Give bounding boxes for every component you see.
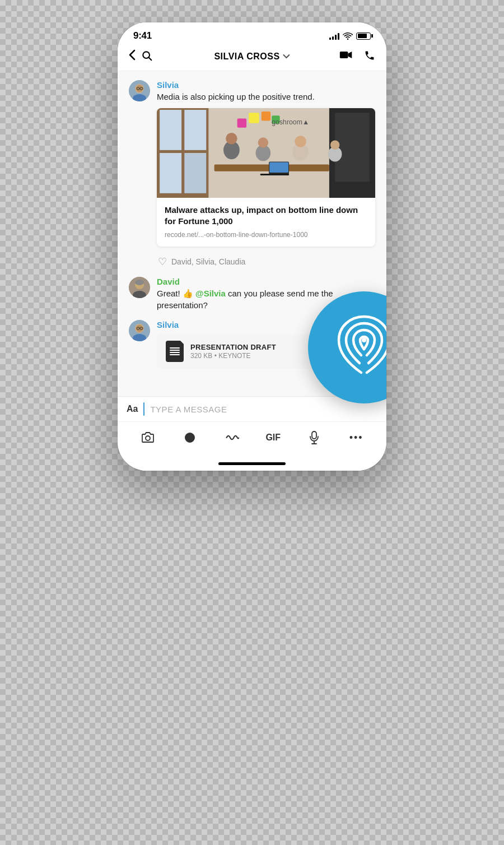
signal-icon bbox=[329, 32, 339, 40]
svg-point-26 bbox=[258, 137, 268, 147]
likes-row[interactable]: ♡ David, Silvia, Claudia bbox=[158, 256, 375, 268]
svg-rect-14 bbox=[160, 153, 181, 193]
phone-call-button[interactable] bbox=[364, 50, 375, 64]
nav-actions bbox=[339, 50, 375, 64]
wifi-icon bbox=[343, 32, 353, 40]
fingerprint-icon bbox=[330, 311, 386, 384]
sender-name-david: David bbox=[157, 277, 375, 286]
svg-point-37 bbox=[135, 280, 144, 285]
nav-title: SILVIA CROSS bbox=[214, 52, 279, 62]
phone-frame: 9:41 bbox=[118, 22, 386, 471]
heart-icon[interactable]: ♡ bbox=[158, 256, 167, 268]
svg-point-46 bbox=[146, 436, 150, 440]
font-size-button[interactable]: Aa bbox=[127, 404, 138, 414]
article-url: recode.net/...-on-bottom-line-down-fortu… bbox=[165, 231, 367, 239]
svg-rect-12 bbox=[160, 110, 181, 150]
svg-rect-48 bbox=[312, 431, 316, 439]
mention-silvia: @Silvia bbox=[195, 289, 226, 298]
status-time: 9:41 bbox=[133, 30, 152, 41]
svg-rect-17 bbox=[335, 113, 370, 182]
avatar-silvia bbox=[129, 80, 150, 101]
message-content-silvia: Silvia Media is also picking up the posi… bbox=[157, 80, 375, 247]
message-input[interactable]: TYPE A MESSAGE bbox=[150, 405, 377, 414]
svg-point-51 bbox=[362, 338, 366, 342]
status-icons bbox=[329, 32, 371, 40]
svg-rect-33 bbox=[260, 174, 289, 175]
svg-point-28 bbox=[295, 136, 306, 147]
message-text-silvia: Media is also picking up the positive tr… bbox=[157, 91, 375, 103]
message-row: Silvia Media is also picking up the posi… bbox=[129, 80, 375, 247]
svg-rect-13 bbox=[184, 110, 206, 150]
svg-point-47 bbox=[185, 433, 194, 442]
svg-line-1 bbox=[148, 57, 151, 60]
input-divider bbox=[143, 402, 144, 416]
home-bar bbox=[218, 462, 286, 465]
svg-rect-15 bbox=[184, 153, 206, 193]
file-icon bbox=[166, 341, 184, 362]
svg-rect-20 bbox=[262, 112, 270, 120]
svg-text:goshroom▲: goshroom▲ bbox=[272, 118, 309, 126]
nav-title-container: SILVIA CROSS bbox=[214, 52, 290, 62]
camera-button[interactable] bbox=[139, 429, 157, 447]
svg-rect-2 bbox=[340, 52, 348, 58]
microphone-button[interactable] bbox=[305, 429, 323, 447]
nav-bar: SILVIA CROSS bbox=[118, 45, 386, 71]
article-title: Malware attacks up, impact on bottom lin… bbox=[165, 205, 367, 227]
battery-icon bbox=[356, 32, 371, 40]
sender-name-silvia: Silvia bbox=[157, 80, 375, 90]
toolbar: GIF ••• bbox=[118, 421, 386, 462]
circle-button[interactable] bbox=[181, 429, 199, 447]
status-bar: 9:41 bbox=[118, 22, 386, 45]
article-image: goshroom▲ bbox=[157, 108, 375, 198]
more-button[interactable]: ••• bbox=[347, 429, 365, 447]
squiggle-button[interactable] bbox=[223, 429, 241, 447]
back-button[interactable] bbox=[129, 49, 136, 64]
article-body: Malware attacks up, impact on bottom lin… bbox=[157, 198, 375, 247]
svg-point-30 bbox=[330, 140, 339, 149]
svg-rect-32 bbox=[269, 162, 288, 172]
gif-button[interactable]: GIF bbox=[265, 429, 281, 447]
avatar-silvia-2 bbox=[129, 320, 150, 341]
search-button[interactable] bbox=[141, 50, 152, 64]
svg-rect-22 bbox=[237, 118, 246, 127]
likes-text: David, Silvia, Claudia bbox=[171, 257, 245, 266]
home-indicator bbox=[118, 462, 386, 471]
svg-rect-19 bbox=[249, 113, 259, 123]
chevron-down-icon[interactable] bbox=[283, 54, 290, 59]
video-call-button[interactable] bbox=[339, 50, 353, 64]
svg-point-24 bbox=[226, 133, 237, 145]
avatar-david bbox=[129, 277, 150, 298]
phone-wrapper: 9:41 bbox=[118, 22, 386, 471]
article-card[interactable]: goshroom▲ Malware attacks up, impact on … bbox=[157, 108, 375, 247]
